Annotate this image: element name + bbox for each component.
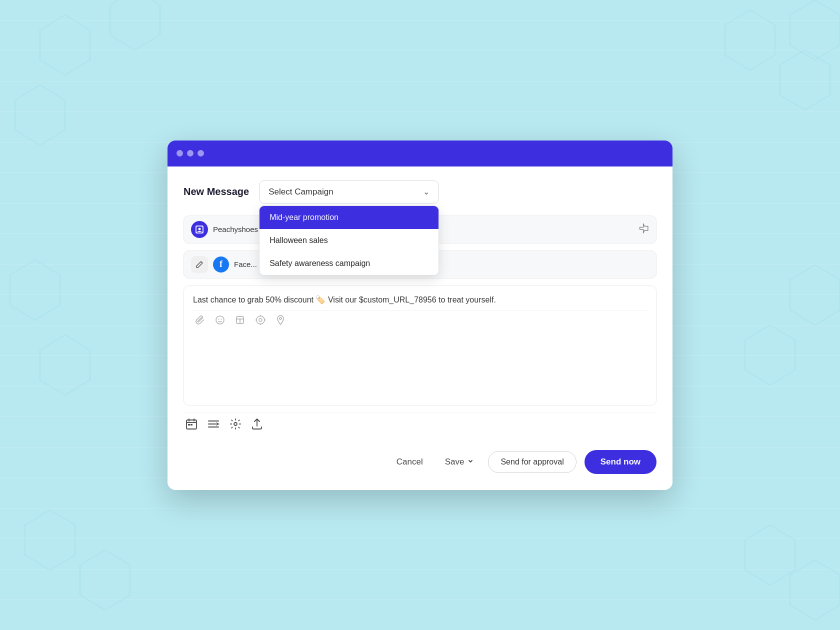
location-icon[interactable] [276, 315, 285, 328]
new-message-label: New Message [184, 186, 249, 198]
facebook-icon: f [213, 256, 229, 272]
svg-marker-6 [25, 510, 75, 570]
modal-body: New Message Select Campaign ⌄ Mid-year p… [168, 166, 672, 490]
svg-point-17 [216, 316, 224, 324]
title-bar [168, 140, 672, 166]
svg-rect-34 [188, 424, 190, 426]
svg-marker-11 [790, 265, 840, 325]
campaign-select-label: Select Campaign [268, 187, 333, 197]
send-now-button[interactable]: Send now [584, 450, 656, 474]
modal-window: New Message Select Campaign ⌄ Mid-year p… [168, 140, 672, 490]
edit-button[interactable] [191, 256, 208, 273]
traffic-light-3[interactable] [198, 150, 204, 156]
svg-marker-3 [780, 50, 830, 110]
svg-marker-0 [40, 15, 90, 75]
campaign-dropdown: Mid-year promotion Halloween sales Safet… [259, 206, 439, 276]
svg-marker-9 [790, 560, 840, 620]
svg-marker-7 [80, 550, 130, 610]
cancel-button[interactable]: Cancel [388, 452, 431, 472]
svg-point-24 [259, 318, 262, 322]
template-icon[interactable] [235, 315, 245, 328]
svg-marker-5 [790, 0, 840, 60]
chevron-down-icon: ⌄ [423, 187, 430, 196]
save-chevron-icon [467, 457, 474, 467]
message-toolbar [193, 310, 647, 332]
attachment-icon[interactable] [195, 315, 205, 328]
emoji-icon[interactable] [215, 315, 225, 328]
svg-marker-1 [110, 0, 160, 50]
calendar-icon[interactable] [186, 418, 198, 433]
traffic-light-1[interactable] [176, 150, 183, 156]
campaign-select-button[interactable]: Select Campaign ⌄ [259, 180, 439, 204]
send-approval-button[interactable]: Send for approval [488, 451, 576, 473]
message-text: Last chance to grab 50% discount 🏷️ Visi… [193, 294, 647, 306]
svg-rect-35 [190, 424, 192, 426]
svg-marker-4 [15, 85, 65, 145]
footer-buttons: Cancel Save Send for approval Send now [184, 450, 656, 474]
svg-point-16 [198, 228, 201, 230]
pin-icon[interactable] [635, 220, 652, 238]
action-bar [184, 412, 656, 438]
campaign-select-wrapper: Select Campaign ⌄ Mid-year promotion Hal… [259, 180, 656, 204]
traffic-light-2[interactable] [187, 150, 194, 156]
svg-point-29 [280, 318, 282, 320]
svg-marker-10 [10, 260, 60, 320]
lines-icon[interactable] [208, 419, 220, 432]
svg-point-19 [221, 318, 222, 320]
svg-marker-12 [40, 335, 90, 395]
eye-settings-icon[interactable] [255, 314, 266, 328]
svg-point-23 [256, 316, 264, 324]
svg-point-18 [218, 318, 220, 320]
dropdown-item-0[interactable]: Mid-year promotion [260, 206, 438, 229]
svg-marker-8 [745, 525, 795, 585]
channel-name: Face... [234, 260, 257, 268]
message-area[interactable]: Last chance to grab 50% discount 🏷️ Visi… [184, 286, 656, 406]
svg-point-39 [234, 422, 237, 426]
svg-marker-13 [745, 325, 795, 385]
save-button[interactable]: Save [439, 452, 480, 472]
gear-icon[interactable] [230, 418, 242, 433]
contact-name: Peachyshoes [213, 225, 258, 234]
dropdown-item-2[interactable]: Safety awareness campaign [260, 252, 438, 275]
upload-icon[interactable] [252, 418, 262, 433]
contact-avatar [191, 221, 208, 238]
svg-marker-2 [725, 10, 775, 70]
dropdown-item-1[interactable]: Halloween sales [260, 229, 438, 252]
header-row: New Message Select Campaign ⌄ Mid-year p… [184, 180, 656, 204]
